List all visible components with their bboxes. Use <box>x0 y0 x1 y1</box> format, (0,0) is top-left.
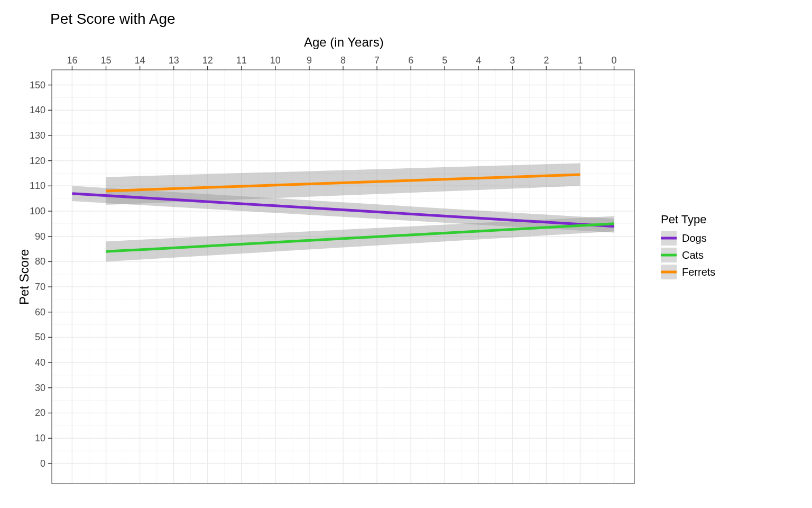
x-tick-label: 12 <box>202 55 213 66</box>
y-tick-label: 20 <box>35 407 45 418</box>
y-tick-label: 120 <box>30 156 45 166</box>
x-tick-label: 10 <box>270 55 281 66</box>
x-tick-label: 0 <box>612 55 617 66</box>
x-tick-label: 16 <box>67 55 77 66</box>
chart-container: { "chart_data": { "type": "line", "title… <box>0 0 812 508</box>
x-tick-label: 1 <box>577 55 583 66</box>
legend-item: Cats <box>661 248 715 262</box>
x-tick-label: 2 <box>543 55 549 66</box>
legend-item: Dogs <box>661 231 715 246</box>
legend-key <box>661 265 677 279</box>
y-tick-label: 40 <box>35 357 45 368</box>
legend-item: Ferrets <box>661 265 715 279</box>
y-tick-label: 130 <box>30 130 45 141</box>
legend-label: Cats <box>682 249 704 261</box>
x-tick-label: 5 <box>442 55 447 66</box>
legend: Pet Type DogsCatsFerrets <box>661 213 715 282</box>
x-tick-label: 15 <box>100 55 111 66</box>
x-tick-label: 11 <box>236 55 247 66</box>
legend-key <box>661 248 677 262</box>
x-tick-label: 8 <box>340 55 346 66</box>
y-tick-label: 140 <box>30 105 45 115</box>
y-tick-label: 90 <box>35 231 45 242</box>
x-tick-label: 14 <box>135 55 145 66</box>
y-tick-label: 50 <box>35 332 45 342</box>
legend-label: Ferrets <box>682 266 715 278</box>
legend-key <box>661 231 677 246</box>
y-tick-label: 150 <box>30 80 45 90</box>
y-tick-label: 10 <box>35 433 45 443</box>
x-tick-label: 4 <box>476 55 481 66</box>
y-tick-label: 70 <box>35 282 45 292</box>
y-tick-label: 30 <box>35 383 45 393</box>
legend-title: Pet Type <box>661 213 715 226</box>
legend-label: Dogs <box>682 232 707 244</box>
x-tick-label: 9 <box>307 55 312 66</box>
y-tick-label: 100 <box>30 206 45 216</box>
y-tick-label: 80 <box>35 256 45 267</box>
x-tick-label: 3 <box>510 55 515 66</box>
y-tick-label: 0 <box>40 458 45 469</box>
y-tick-label: 110 <box>30 180 45 191</box>
x-tick-label: 7 <box>374 55 380 66</box>
x-tick-label: 13 <box>169 55 179 66</box>
x-tick-label: 6 <box>408 55 413 66</box>
y-tick-label: 60 <box>35 307 45 318</box>
